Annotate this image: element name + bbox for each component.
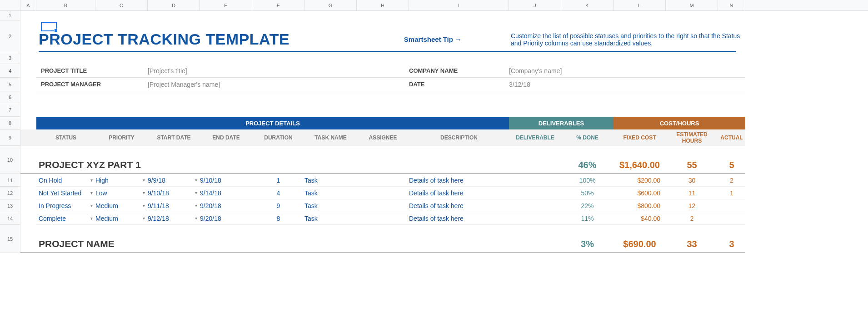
task-assignee[interactable]	[357, 212, 409, 225]
task-desc[interactable]: Details of task here	[409, 212, 509, 225]
task-cost[interactable]: $600.00	[614, 187, 666, 199]
task-cost[interactable]: $800.00	[614, 199, 666, 212]
task-desc[interactable]: Details of task here	[409, 187, 509, 199]
project-manager-value[interactable]: [Project Manager's name]	[148, 81, 409, 88]
smartsheet-tip-link[interactable]: Smartsheet Tip →	[357, 35, 509, 43]
col-header-F[interactable]: F	[252, 0, 304, 10]
task-end[interactable]: 9/20/18	[200, 212, 252, 225]
company-name-value[interactable]: [Company's name]	[509, 67, 745, 75]
col-header-I[interactable]: I	[409, 0, 509, 10]
task-start[interactable]: 9/9/18▾	[148, 174, 200, 187]
task-start[interactable]: 9/11/18▾	[148, 199, 200, 212]
col-header-L[interactable]: L	[614, 0, 666, 10]
row-header-13[interactable]: 13	[0, 199, 20, 212]
dropdown-caret-icon[interactable]: ▾	[143, 216, 145, 221]
task-deliverable[interactable]	[509, 212, 561, 225]
task-priority[interactable]: Medium▾	[95, 199, 148, 212]
project-title-value[interactable]: [Project's title]	[148, 67, 409, 75]
task-start[interactable]: 9/12/18▾	[148, 212, 200, 225]
task-est[interactable]: 12	[666, 199, 718, 212]
task-task[interactable]: Task	[304, 174, 357, 187]
col-header-D[interactable]: D	[148, 0, 200, 10]
row-header-1[interactable]: 1	[0, 11, 20, 20]
dropdown-caret-icon[interactable]: ▾	[90, 203, 93, 208]
task-est[interactable]: 11	[666, 187, 718, 199]
row-header-14[interactable]: 14	[0, 212, 20, 225]
task-end[interactable]: 9/10/18	[200, 174, 252, 187]
task-desc[interactable]: Details of task here	[409, 174, 509, 187]
row-header-5[interactable]: 5	[0, 78, 20, 91]
task-deliverable[interactable]	[509, 199, 561, 212]
col-header-C[interactable]: C	[95, 0, 148, 10]
task-duration[interactable]: 4	[252, 187, 304, 199]
dropdown-caret-icon[interactable]: ▾	[90, 216, 93, 221]
row-header-3[interactable]: 3	[0, 52, 20, 64]
row-header-2[interactable]: 2	[0, 20, 20, 52]
task-priority[interactable]: High▾	[95, 174, 148, 187]
task-task[interactable]: Task	[304, 199, 357, 212]
col-header-H[interactable]: H	[357, 0, 409, 10]
col-header-K[interactable]: K	[561, 0, 614, 10]
col-header-M[interactable]: M	[666, 0, 718, 10]
task-status[interactable]: Complete▾	[36, 212, 95, 225]
task-status[interactable]: Not Yet Started▾	[36, 187, 95, 199]
task-duration[interactable]: 8	[252, 212, 304, 225]
date-value[interactable]: 3/12/18	[509, 81, 745, 88]
row-header-7[interactable]: 7	[0, 103, 20, 117]
row-header-12[interactable]: 12	[0, 187, 20, 199]
task-end[interactable]: 9/20/18	[200, 199, 252, 212]
col-header-J[interactable]: J	[509, 0, 561, 10]
dropdown-caret-icon[interactable]: ▾	[195, 178, 197, 183]
column-label-fixed_cost: FIXED COST	[614, 129, 666, 146]
task-actual[interactable]: 2	[718, 174, 745, 187]
row-header-9[interactable]: 9	[0, 129, 20, 146]
task-actual[interactable]	[718, 212, 745, 225]
task-duration[interactable]: 9	[252, 199, 304, 212]
task-deliverable[interactable]	[509, 187, 561, 199]
task-assignee[interactable]	[357, 199, 409, 212]
task-status[interactable]: On Hold▾	[36, 174, 95, 187]
row-header-15[interactable]: 15	[0, 225, 20, 253]
dropdown-caret-icon[interactable]: ▾	[90, 190, 93, 195]
task-pct[interactable]: 22%	[561, 199, 614, 212]
row-header-6[interactable]: 6	[0, 91, 20, 103]
col-header-N[interactable]: N	[718, 0, 745, 10]
task-priority[interactable]: Low▾	[95, 187, 148, 199]
task-task[interactable]: Task	[304, 212, 357, 225]
task-status[interactable]: In Progress▾	[36, 199, 95, 212]
dropdown-caret-icon[interactable]: ▾	[143, 190, 145, 195]
task-pct[interactable]: 100%	[561, 174, 614, 187]
task-assignee[interactable]	[357, 187, 409, 199]
task-end[interactable]: 9/14/18	[200, 187, 252, 199]
task-actual[interactable]: 1	[718, 187, 745, 199]
task-deliverable[interactable]	[509, 174, 561, 187]
dropdown-caret-icon[interactable]: ▾	[90, 178, 93, 183]
task-duration[interactable]: 1	[252, 174, 304, 187]
dropdown-caret-icon[interactable]: ▾	[195, 203, 197, 208]
task-desc[interactable]: Details of task here	[409, 199, 509, 212]
col-header-A[interactable]: A	[20, 0, 36, 10]
col-header-G[interactable]: G	[304, 0, 357, 10]
dropdown-caret-icon[interactable]: ▾	[195, 216, 197, 221]
task-cost[interactable]: $40.00	[614, 212, 666, 225]
select-all-corner[interactable]	[0, 0, 20, 11]
task-est[interactable]: 2	[666, 212, 718, 225]
task-priority[interactable]: Medium▾	[95, 212, 148, 225]
task-pct[interactable]: 50%	[561, 187, 614, 199]
row-header-11[interactable]: 11	[0, 174, 20, 187]
dropdown-caret-icon[interactable]: ▾	[143, 203, 145, 208]
task-start[interactable]: 9/10/18▾	[148, 187, 200, 199]
row-header-4[interactable]: 4	[0, 64, 20, 78]
row-header-10[interactable]: 10	[0, 146, 20, 174]
task-est[interactable]: 30	[666, 174, 718, 187]
task-task[interactable]: Task	[304, 187, 357, 199]
col-header-B[interactable]: B	[36, 0, 95, 10]
task-actual[interactable]	[718, 199, 745, 212]
task-cost[interactable]: $200.00	[614, 174, 666, 187]
dropdown-caret-icon[interactable]: ▾	[143, 178, 145, 183]
task-assignee[interactable]	[357, 174, 409, 187]
dropdown-caret-icon[interactable]: ▾	[195, 190, 197, 195]
task-pct[interactable]: 11%	[561, 212, 614, 225]
row-header-8[interactable]: 8	[0, 117, 20, 129]
col-header-E[interactable]: E	[200, 0, 252, 10]
